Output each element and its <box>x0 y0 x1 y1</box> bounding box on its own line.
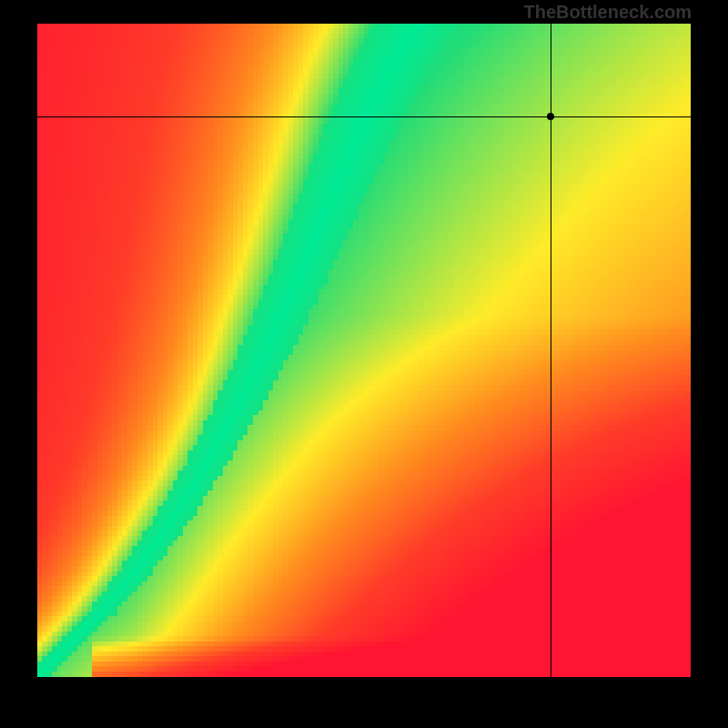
page-root: TheBottleneck.com <box>0 0 728 728</box>
heatmap-canvas <box>37 24 691 677</box>
heatmap-plot <box>37 24 691 677</box>
watermark-text: TheBottleneck.com <box>524 2 692 23</box>
crosshair-horizontal <box>37 116 691 117</box>
crosshair-vertical <box>551 24 551 677</box>
